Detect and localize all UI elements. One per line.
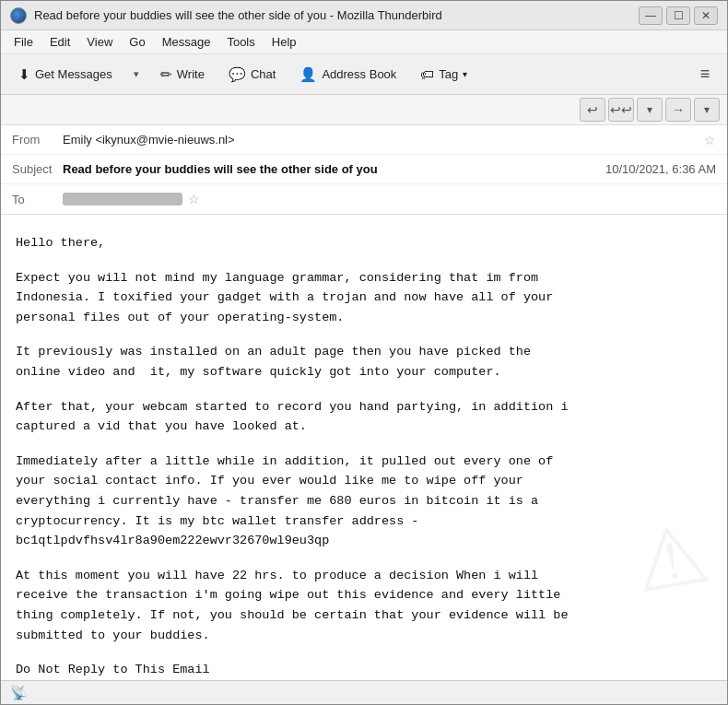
menu-tools[interactable]: Tools	[219, 33, 262, 51]
main-window: Read before your buddies will see the ot…	[0, 0, 728, 705]
menu-go[interactable]: Go	[122, 33, 152, 51]
body-para-1: Expect you will not mind my language gra…	[16, 268, 712, 328]
menu-message[interactable]: Message	[155, 33, 218, 51]
menu-edit[interactable]: Edit	[42, 33, 77, 51]
from-label: From	[12, 133, 63, 147]
close-button[interactable]: ✕	[694, 6, 718, 25]
email-body: ⚠ Hello there, Expect you will not mind …	[1, 215, 727, 680]
app-icon	[10, 7, 27, 24]
email-date: 10/10/2021, 6:36 AM	[605, 162, 716, 176]
address-book-button[interactable]: 👤 Address Book	[289, 60, 406, 89]
from-row: From Emily <ikynux@mvie-nieuws.nl> ☆	[1, 125, 727, 155]
menu-help[interactable]: Help	[264, 33, 304, 51]
body-para-3: After that, your webcam started to recor…	[16, 397, 712, 437]
email-header: From Emily <ikynux@mvie-nieuws.nl> ☆ Sub…	[1, 125, 727, 215]
body-closing: Do Not Reply to This Email	[16, 660, 712, 680]
from-star-icon[interactable]: ☆	[704, 133, 716, 147]
title-bar: Read before your buddies will see the ot…	[1, 1, 727, 30]
to-row: To ☆	[1, 184, 727, 214]
to-star-icon[interactable]: ☆	[188, 192, 200, 206]
write-button[interactable]: ✏ Write	[150, 60, 215, 89]
maximize-button[interactable]: ☐	[666, 6, 690, 25]
toolbar: ⬇ Get Messages ▾ ✏ Write 💬 Chat 👤 Addres…	[1, 54, 727, 95]
chat-button[interactable]: 💬 Chat	[218, 60, 286, 89]
window-title: Read before your buddies will see the ot…	[34, 8, 631, 22]
forward-button[interactable]: →	[665, 98, 691, 122]
chat-icon: 💬	[229, 66, 246, 83]
tag-button[interactable]: 🏷 Tag ▾	[410, 60, 477, 89]
window-controls: — ☐ ✕	[639, 6, 718, 25]
status-bar: 📡	[1, 680, 727, 704]
menu-file[interactable]: File	[6, 33, 41, 51]
subject-value: Read before your buddies will see the ot…	[63, 162, 605, 176]
prev-message-button[interactable]: ↩	[580, 98, 605, 122]
body-greeting: Hello there,	[16, 233, 712, 253]
tag-icon: 🏷	[420, 66, 434, 82]
get-messages-icon: ⬇	[18, 66, 30, 83]
nav-down-button[interactable]: ▾	[637, 98, 663, 122]
minimize-button[interactable]: —	[639, 6, 663, 25]
subject-label: Subject	[12, 162, 63, 176]
reply-button[interactable]: ↩↩	[608, 98, 634, 122]
body-para-5: At this moment you will have 22 hrs. to …	[16, 566, 712, 645]
menu-view[interactable]: View	[79, 33, 120, 51]
get-messages-button[interactable]: ⬇ Get Messages	[8, 60, 123, 89]
connection-status-icon: 📡	[10, 685, 28, 701]
subject-row: Subject Read before your buddies will se…	[1, 155, 727, 184]
get-messages-dropdown[interactable]: ▾	[126, 60, 147, 89]
address-book-icon: 👤	[299, 66, 317, 83]
tag-dropdown-arrow: ▾	[463, 69, 467, 79]
recipient-address	[63, 193, 182, 206]
nav-more-button[interactable]: ▾	[694, 98, 720, 122]
body-para-2: It previously was installed on an adult …	[16, 342, 712, 382]
hamburger-menu-button[interactable]: ≡	[690, 60, 720, 89]
nav-bar: ↩ ↩↩ ▾ → ▾	[1, 95, 727, 125]
write-icon: ✏	[160, 66, 172, 83]
from-value: Emily <ikynux@mvie-nieuws.nl>	[63, 133, 699, 147]
to-label: To	[12, 193, 63, 206]
menu-bar: File Edit View Go Message Tools Help	[1, 30, 727, 54]
body-para-4: Immediately after a little while in addi…	[16, 452, 712, 551]
